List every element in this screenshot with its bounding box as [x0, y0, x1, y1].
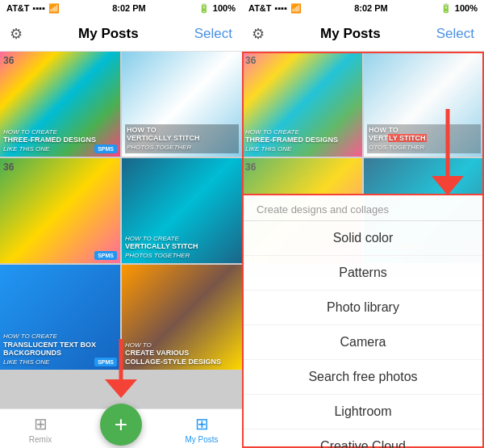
status-bar-left: AT&T ▪▪▪▪ 📶 8:02 PM 🔋 100% [0, 0, 242, 16]
gear-icon-right[interactable]: ⚙ [252, 25, 265, 43]
navbar-left: ⚙ My Posts Select [0, 16, 242, 52]
tab-my-posts-label: My Posts [185, 435, 218, 444]
page-title-right: My Posts [320, 26, 381, 42]
left-panel: AT&T ▪▪▪▪ 📶 8:02 PM 🔋 100% ⚙ My Posts Se… [0, 0, 242, 448]
fab-container: + [81, 404, 161, 448]
carrier-info-right: AT&T ▪▪▪▪ 📶 [248, 3, 302, 14]
dropdown-item-camera[interactable]: Camera [244, 325, 482, 360]
battery-left: 100% [213, 3, 236, 13]
dropdown-menu: Create designs and collages Solid color … [242, 194, 484, 448]
tab-bar-left: ⊞ Remix + ⊞ My Posts [0, 408, 242, 448]
page-title-left: My Posts [78, 26, 139, 42]
dropdown-item-photo-library[interactable]: Photo library [244, 291, 482, 325]
gear-icon-left[interactable]: ⚙ [10, 25, 23, 43]
battery-info-right: 🔋 100% [440, 3, 478, 14]
posts-grid-left: 36 How to create THREE-FRAMED DESIGNS li… [0, 52, 242, 408]
bluetooth-icon: 🔋 [198, 3, 210, 14]
wifi-icon: 📶 [48, 3, 60, 14]
post-number-3: 36 [3, 161, 14, 173]
wifi-icon-right: 📶 [290, 3, 302, 14]
signal-icon: ▪▪▪▪ [33, 3, 46, 13]
post-item-1[interactable]: 36 How to create THREE-FRAMED DESIGNS li… [0, 52, 120, 157]
post-label-4: How to create VERTICALLY STITCHphotos to… [125, 234, 239, 260]
post-label-2: How toVERTICALLY STITCHphotos together [125, 124, 239, 153]
post-item-r2: How toVERTLY STITCHotos together [364, 52, 484, 157]
status-bar-right: AT&T ▪▪▪▪ 📶 8:02 PM 🔋 100% [242, 0, 484, 16]
tab-remix-left[interactable]: ⊞ Remix [0, 414, 81, 444]
carrier-right: AT&T [248, 3, 272, 13]
post-item-2[interactable]: How toVERTICALLY STITCHphotos together [122, 52, 242, 157]
spms-badge-3: SPMS [94, 251, 117, 260]
add-button[interactable]: + [100, 404, 142, 446]
dropdown-header: Create designs and collages [244, 195, 482, 221]
spms-badge-1: SPMS [94, 144, 117, 153]
select-button-right[interactable]: Select [436, 26, 474, 42]
post-item-3[interactable]: 36 SPMS [0, 158, 120, 263]
post-number-1: 36 [3, 55, 14, 66]
dropdown-item-lightroom[interactable]: Lightroom [244, 395, 482, 429]
carrier-info-left: AT&T ▪▪▪▪ 📶 [6, 3, 60, 14]
post-item-5[interactable]: How to create TRANSLUCENT TEXT BOX BACKG… [0, 265, 120, 370]
select-button-left[interactable]: Select [194, 26, 232, 42]
tab-my-posts-left[interactable]: ⊞ My Posts [161, 414, 242, 444]
remix-icon: ⊞ [34, 414, 48, 433]
navbar-right: ⚙ My Posts Select [242, 16, 484, 52]
post-item-6[interactable]: How To Create Various COLLAGE-STYLE DESI… [122, 265, 242, 370]
time-right: 8:02 PM [354, 3, 388, 13]
time-left: 8:02 PM [112, 3, 146, 13]
battery-right: 100% [455, 3, 478, 13]
dropdown-item-creative-cloud[interactable]: Creative Cloud [244, 429, 482, 448]
tab-remix-label: Remix [29, 435, 52, 444]
carrier-left: AT&T [6, 3, 30, 13]
my-posts-icon: ⊞ [195, 414, 209, 433]
signal-icon-right: ▪▪▪▪ [275, 3, 288, 13]
dropdown-item-patterns[interactable]: Patterns [244, 256, 482, 291]
dropdown-item-solid-color[interactable]: Solid color [244, 221, 482, 256]
post-item-4[interactable]: How to create VERTICALLY STITCHphotos to… [122, 158, 242, 263]
post-item-r1: 36 How to createTHREE-FRAMED DESIGNSlike… [242, 52, 362, 157]
battery-info-left: 🔋 100% [198, 3, 236, 14]
spms-badge-5: SPMS [94, 358, 117, 366]
bluetooth-icon-right: 🔋 [440, 3, 452, 14]
right-panel: AT&T ▪▪▪▪ 📶 8:02 PM 🔋 100% ⚙ My Posts Se… [242, 0, 484, 448]
dropdown-item-search-free-photos[interactable]: Search free photos [244, 360, 482, 395]
post-label-6: How To Create Various COLLAGE-STYLE DESI… [125, 341, 239, 366]
